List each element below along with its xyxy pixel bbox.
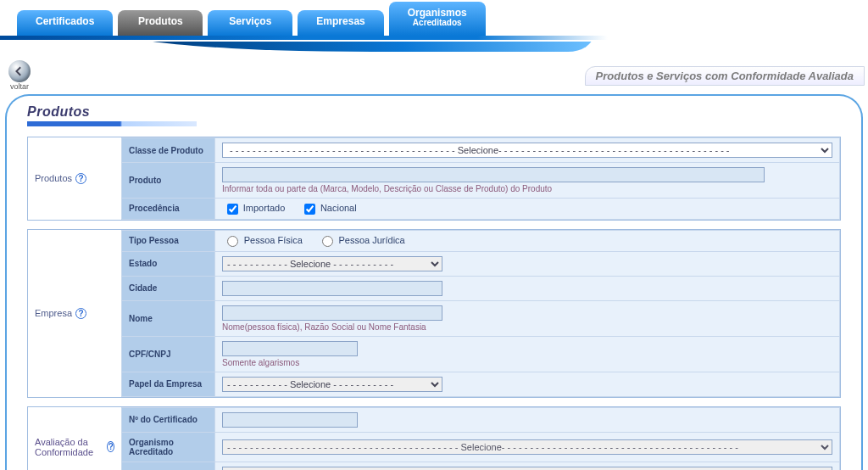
input-numero-certificado[interactable] (222, 412, 358, 428)
tab-empresas[interactable]: Empresas (298, 10, 383, 36)
select-estado[interactable]: - - - - - - - - - - - Selecione - - - - … (222, 256, 442, 271)
select-papel-empresa[interactable]: - - - - - - - - - - - Selecione - - - - … (222, 377, 442, 392)
legend-empresa-text: Empresa (35, 308, 72, 318)
back-button[interactable]: voltar (8, 60, 31, 91)
legend-empresa: Empresa ? (28, 230, 121, 397)
label-procedencia: Procedência (122, 199, 215, 220)
help-icon[interactable]: ? (75, 308, 86, 319)
label-cidade: Cidade (122, 276, 215, 300)
label-numero-certificado: Nº do Certificado (122, 407, 215, 432)
tab-organismos-sublabel: Acreditados (408, 18, 467, 27)
tab-servicos[interactable]: Serviços (208, 10, 292, 36)
label-produto: Produto (122, 163, 215, 199)
help-icon[interactable]: ? (75, 173, 86, 184)
label-estado: Estado (122, 251, 215, 276)
select-classe-produto[interactable]: - - - - - - - - - - - - - - - - - - - - … (222, 143, 832, 158)
radio-pessoa-juridica[interactable] (322, 236, 333, 247)
input-cidade[interactable] (222, 281, 442, 296)
nav-divider (0, 36, 868, 40)
radio-pessoa-fisica[interactable] (227, 236, 238, 247)
hint-produto: Informar toda ou parte da (Marca, Modelo… (222, 184, 832, 193)
tab-certificados[interactable]: Certificados (17, 10, 113, 36)
label-situacao: Situação (122, 462, 215, 470)
label-papel-empresa: Papel da Empresa (122, 372, 215, 396)
input-produto[interactable] (222, 167, 765, 182)
section-empresa: Empresa ? Tipo Pessoa Pessoa Física Pess… (27, 229, 841, 398)
select-organismo-acreditado[interactable]: - - - - - - - - - - - - - - - - - - - - … (222, 439, 832, 455)
tab-organismos-label: Organismos (408, 7, 467, 19)
tab-organismos[interactable]: Organismos Acreditados (389, 2, 486, 36)
section-avaliacao: Avaliação da Conformidade ? Nº do Certif… (27, 406, 841, 470)
hint-nome: Nome(pessoa física), Razão Social ou Nom… (222, 322, 832, 332)
page-banner: Produtos e Serviços com Conformidade Ava… (585, 66, 865, 86)
page-title: Produtos (27, 104, 841, 120)
tab-produtos[interactable]: Produtos (118, 10, 203, 36)
legend-produtos-text: Produtos (35, 173, 72, 183)
main-frame: Produtos Produtos ? Classe de Produto - … (5, 94, 863, 470)
label-cpf-cnpj: CPF/CNPJ (122, 336, 215, 372)
back-arrow-icon (8, 60, 31, 82)
select-situacao[interactable]: Ativo (222, 467, 832, 470)
label-nome: Nome (122, 300, 215, 336)
radio-pessoa-juridica-label: Pessoa Jurídica (338, 235, 404, 245)
input-cpf-cnpj[interactable] (222, 341, 358, 356)
hint-cpf: Somente algarismos (222, 358, 832, 367)
nav-swoosh (0, 42, 868, 57)
label-organismo-acreditado: Organismo Acreditado (122, 432, 215, 462)
title-underline (27, 121, 197, 126)
checkbox-importado-label: Importado (243, 203, 286, 213)
help-icon[interactable]: ? (107, 441, 114, 452)
legend-avaliacao: Avaliação da Conformidade ? (28, 407, 121, 470)
section-produtos: Produtos ? Classe de Produto - - - - - -… (27, 137, 841, 221)
back-label: voltar (10, 82, 29, 91)
checkbox-nacional-label: Nacional (320, 203, 357, 213)
radio-pessoa-fisica-label: Pessoa Física (244, 235, 303, 245)
input-nome[interactable] (222, 305, 442, 321)
label-classe-produto: Classe de Produto (122, 138, 215, 163)
checkbox-importado[interactable] (227, 204, 238, 215)
label-tipo-pessoa: Tipo Pessoa (122, 230, 215, 251)
legend-produtos: Produtos ? (28, 137, 121, 220)
top-nav: Certificados Produtos Serviços Empresas … (0, 0, 868, 36)
legend-avaliacao-text: Avaliação da Conformidade (35, 437, 103, 457)
checkbox-nacional[interactable] (304, 204, 315, 215)
